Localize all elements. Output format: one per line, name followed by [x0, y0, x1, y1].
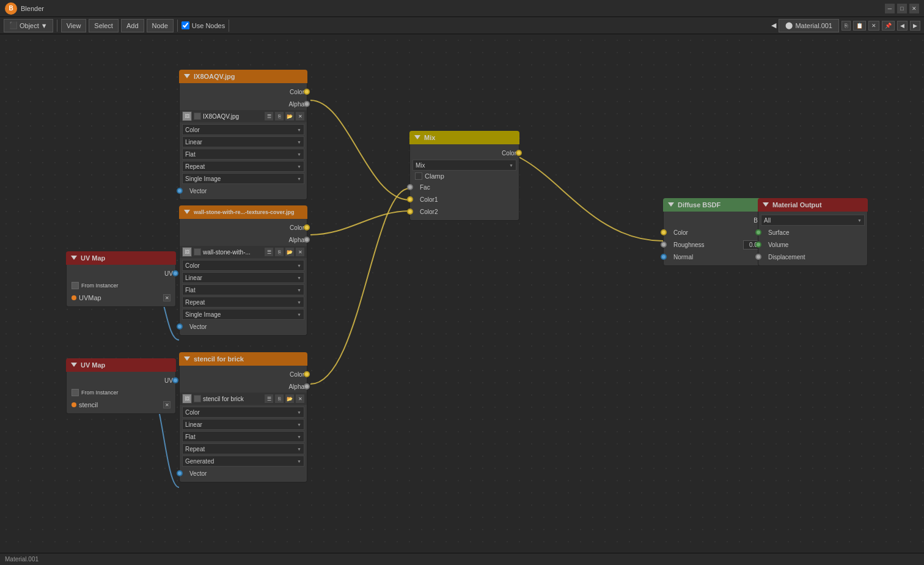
close-button[interactable]: ✕ [909, 4, 919, 13]
copy-button[interactable]: ⎘ [842, 21, 851, 31]
node-uvmap2-header[interactable]: UV Map [66, 358, 176, 372]
wall-stone-single-image-select[interactable]: Single Image [182, 309, 304, 320]
nav-prev-button[interactable]: ◀ [897, 21, 908, 31]
wall-stone-color-label: Color [290, 224, 304, 231]
wall-stone-alpha-label: Alpha [288, 237, 304, 243]
wall-stone-color-select[interactable]: Color [182, 260, 304, 271]
wall-stone-color-socket[interactable] [304, 224, 310, 231]
diffuse-roughness-label: Roughness [673, 242, 705, 248]
stencil-generated-select[interactable]: Generated [182, 456, 304, 467]
open-image-button[interactable]: 📂 [285, 112, 294, 120]
ix8oaqv-vector-socket[interactable] [177, 188, 183, 194]
diffuse-normal-socket[interactable] [661, 254, 667, 260]
ix8oaqv-repeat-select[interactable]: Repeat [182, 161, 304, 172]
use-nodes-label: Use Nodes [192, 22, 225, 29]
node-uvmap1-header[interactable]: UV Map [66, 251, 176, 265]
material-output-volume-row: Volume [758, 238, 867, 251]
node-stencil-header[interactable]: stencil for brick [179, 352, 307, 366]
material-output-surface-socket[interactable] [755, 229, 761, 235]
ix8oaqv-flat-select[interactable]: Flat [182, 149, 304, 160]
node-uvmap1-title: UV Map [81, 254, 105, 262]
diffuse-bsdf-output-row: BSDF [664, 214, 772, 226]
uvmap2-remove-button[interactable]: ✕ [163, 401, 170, 408]
mix-type-dropdown-row: Mix [410, 159, 519, 171]
mix-color-socket[interactable] [516, 150, 522, 156]
ix8oaqv-linear-select[interactable]: Linear [182, 136, 304, 147]
material-back-button[interactable]: ◀ [771, 21, 776, 29]
stencil-alpha-label: Alpha [288, 383, 304, 390]
material-tab[interactable]: ⬤ Material.001 [779, 19, 839, 32]
browse-image-button2[interactable]: ☰ [265, 248, 273, 256]
stencil-vector-label: Vector [189, 470, 207, 477]
maximize-button[interactable]: □ [897, 4, 907, 13]
ix8oaqv-color-select[interactable]: Color [182, 124, 304, 135]
material-output-all-select[interactable]: All [761, 215, 865, 226]
wall-stone-vector-socket[interactable] [177, 323, 183, 330]
mix-fac-row: Fac [410, 181, 519, 193]
node-editor-canvas[interactable]: IX8OAQV.jpg Color Alpha 🖼 IX8OAQV.jpg ☰ … [0, 34, 924, 553]
ix8oaqv-single-image-dropdown-row: Single Image [180, 172, 307, 185]
image-dot2 [194, 248, 201, 256]
material-output-displacement-socket[interactable] [755, 254, 761, 260]
open-image-button2[interactable]: 📂 [285, 248, 294, 256]
uvmap1-uv-socket[interactable] [172, 270, 178, 276]
uvmap2-uv-socket[interactable] [172, 377, 178, 383]
node-diffuse-header[interactable]: Diffuse BSDF [663, 198, 773, 212]
wall-stone-repeat-select[interactable]: Repeat [182, 297, 304, 308]
close-material-button[interactable]: ✕ [868, 21, 879, 31]
uvmap1-uv-output-row: UV [67, 267, 175, 279]
node-menu-button[interactable]: Node [147, 19, 174, 32]
stencil-linear-select[interactable]: Linear [182, 419, 304, 430]
node-ix8oaqv: IX8OAQV.jpg Color Alpha 🖼 IX8OAQV.jpg ☰ … [179, 70, 307, 200]
from-instancer-checkbox2[interactable] [72, 389, 79, 396]
wall-stone-alpha-socket[interactable] [304, 237, 310, 243]
wall-stone-image-name: wall-stone-with-... [203, 249, 263, 256]
stencil-flat-select[interactable]: Flat [182, 431, 304, 442]
select-menu-button[interactable]: Select [89, 19, 119, 32]
node-uvmap2: UV Map UV From Instancer stencil ✕ [66, 358, 176, 414]
uvmap1-remove-button[interactable]: ✕ [163, 294, 170, 301]
mix-clamp-checkbox[interactable] [415, 172, 422, 180]
node-wall-stone-header[interactable]: wall-stone-with-re...-textures-cover.jpg [179, 205, 307, 219]
uvmap1-uvmap-value-row: UVMap ✕ [67, 292, 175, 304]
ix8oaqv-color-socket[interactable] [304, 89, 310, 95]
stencil-color-select[interactable]: Color [182, 407, 304, 418]
material-output-volume-socket[interactable] [755, 242, 761, 248]
mix-color2-socket[interactable] [407, 209, 413, 215]
wall-stone-flat-select[interactable]: Flat [182, 284, 304, 295]
object-menu-button[interactable]: ⬛ Object ▼ [4, 19, 53, 32]
paste-button[interactable]: 📋 [853, 21, 866, 31]
minimize-button[interactable]: ─ [885, 4, 895, 13]
add-menu-button[interactable]: Add [121, 19, 144, 32]
stencil-vector-socket[interactable] [177, 470, 183, 476]
browse-image-button[interactable]: ☰ [265, 112, 273, 120]
browse-image-button3[interactable]: ☰ [265, 394, 273, 403]
ix8oaqv-alpha-socket[interactable] [304, 101, 310, 107]
node-material-output-header[interactable]: Material Output [758, 198, 868, 212]
open-image-button3[interactable]: 📂 [285, 394, 294, 403]
window-controls[interactable]: ─ □ ✕ [885, 4, 919, 13]
close-image-button2[interactable]: ✕ [296, 248, 304, 256]
pin-button[interactable]: 📌 [882, 21, 895, 31]
wall-stone-linear-select[interactable]: Linear [182, 272, 304, 283]
close-image-button[interactable]: ✕ [296, 112, 304, 120]
diffuse-color-socket[interactable] [661, 229, 667, 235]
nav-next-button[interactable]: ▶ [910, 21, 920, 31]
node-ix8oaqv-header[interactable]: IX8OAQV.jpg [179, 70, 307, 83]
diffuse-roughness-socket[interactable] [661, 242, 667, 248]
ix8oaqv-single-image-select[interactable]: Single Image [182, 173, 304, 184]
close-image-button3[interactable]: ✕ [296, 394, 304, 403]
copy-image-button2[interactable]: ⎘ [275, 248, 284, 256]
mix-fac-socket[interactable] [407, 184, 413, 190]
copy-image-button3[interactable]: ⎘ [275, 394, 284, 403]
view-menu-button[interactable]: View [61, 19, 87, 32]
copy-image-button[interactable]: ⎘ [275, 112, 284, 120]
mix-color1-socket[interactable] [407, 196, 413, 202]
stencil-color-socket[interactable] [304, 371, 310, 377]
mix-type-select[interactable]: Mix [413, 160, 516, 171]
node-mix-header[interactable]: Mix [409, 131, 519, 144]
from-instancer-checkbox[interactable] [72, 282, 79, 289]
stencil-alpha-socket[interactable] [304, 383, 310, 390]
use-nodes-checkbox[interactable] [182, 21, 189, 29]
stencil-repeat-select[interactable]: Repeat [182, 443, 304, 454]
